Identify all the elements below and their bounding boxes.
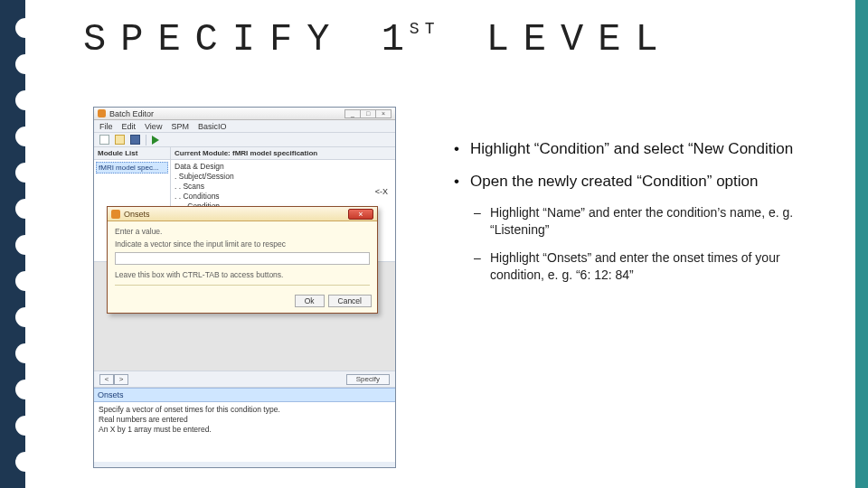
slide: SPECIFY 1ST LEVEL Batch Editor _ □ × Fil… (0, 0, 868, 488)
window-minimize-button[interactable]: _ (344, 109, 361, 118)
bullet-level1: Open the newly created “Condition” optio… (452, 172, 832, 192)
specify-button[interactable]: Specify (346, 374, 390, 385)
bullet-level2: Highlight “Onsets” and enter the onset t… (452, 249, 832, 284)
next-button[interactable]: > (114, 374, 128, 385)
menu-basicio[interactable]: BasicIO (198, 122, 227, 131)
dialog-text: Indicate a vector since the input limit … (115, 239, 370, 249)
bullet-level1: Highlight “Condition” and select “New Co… (452, 139, 832, 159)
menubar: File Edit View SPM BasicIO (94, 120, 395, 133)
tree-row[interactable]: . . Conditions (175, 192, 392, 202)
window-maximize-button[interactable]: □ (360, 109, 376, 118)
title-pre: SPECIFY 1 (83, 18, 419, 61)
tree-row[interactable]: . . Scans (175, 182, 392, 192)
help-header: Onsets (94, 388, 395, 402)
window-title: Batch Editor (109, 109, 154, 118)
menu-spm[interactable]: SPM (171, 122, 189, 131)
bottom-button-bar: < > Specify (94, 371, 395, 388)
menu-file[interactable]: File (99, 122, 113, 131)
menu-edit[interactable]: Edit (122, 122, 137, 131)
app-icon (111, 210, 120, 219)
notes: Highlight “Condition” and select “New Co… (452, 139, 832, 295)
title-post: LEVEL (448, 18, 672, 61)
module-list-item[interactable]: fMRI model spec... (96, 162, 168, 174)
help-line: An X by 1 array must be entered. (99, 425, 391, 435)
module-list-head: Module List (94, 147, 170, 160)
dialog-close-button[interactable]: × (348, 209, 373, 220)
window-close-button[interactable]: × (375, 109, 392, 118)
prev-button[interactable]: < (99, 374, 114, 385)
run-icon[interactable] (152, 136, 159, 145)
menu-view[interactable]: View (145, 122, 162, 131)
tree-row[interactable]: . Subject/Session (175, 172, 392, 182)
dialog-cancel-button[interactable]: Cancel (328, 295, 372, 307)
fx-label: <-X (375, 187, 388, 196)
window-titlebar: Batch Editor _ □ × (94, 108, 395, 120)
dialog-titlebar: Onsets × (108, 207, 377, 221)
dialog-input[interactable] (115, 252, 370, 265)
slide-title: SPECIFY 1ST LEVEL (83, 18, 673, 61)
title-sup: ST (410, 20, 440, 38)
bullet-level2: Highlight “Name” and enter the condition… (452, 204, 832, 239)
toolbar (94, 133, 395, 147)
save-icon[interactable] (130, 135, 140, 145)
help-line: Real numbers are entered (99, 415, 391, 425)
open-icon[interactable] (115, 135, 125, 145)
dialog-text: Leave this box with CTRL-TAB to access b… (115, 270, 370, 279)
dialog-ok-button[interactable]: Ok (295, 295, 325, 307)
dialog-divider (115, 285, 370, 286)
left-accent-bar (0, 0, 25, 488)
toolbar-divider (146, 135, 146, 145)
help-body: Specify a vector of onset times for this… (94, 402, 395, 462)
dialog-text: Enter a value. (115, 227, 370, 236)
app-icon (98, 109, 106, 117)
help-line: Specify a vector of onset times for this… (99, 405, 391, 415)
dialog-title: Onsets (124, 210, 150, 219)
tree-row[interactable]: Data & Design (175, 162, 392, 172)
new-icon[interactable] (99, 135, 109, 145)
current-module-head: Current Module: fMRI model specification (171, 147, 395, 160)
right-accent-bar (855, 0, 868, 488)
onsets-dialog: Onsets × Enter a value. Indicate a vecto… (107, 206, 378, 314)
